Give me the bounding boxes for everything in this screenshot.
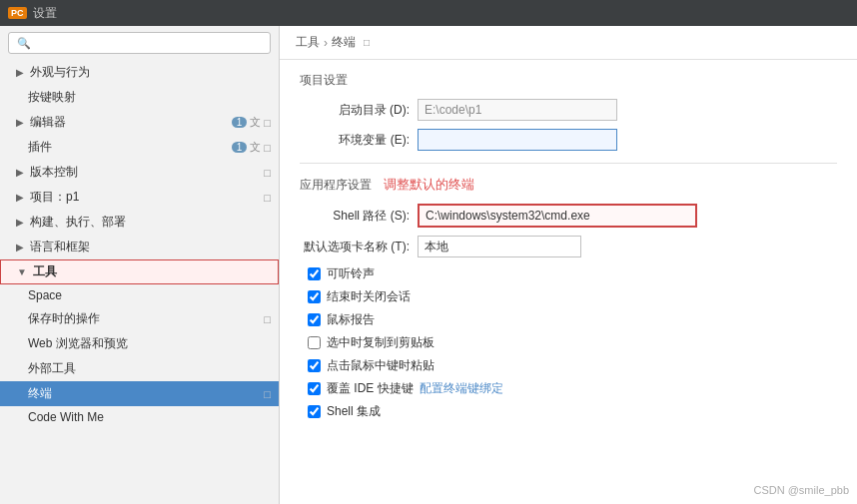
arrow-icon: ▶ — [16, 117, 24, 128]
title-bar: PC 设置 — [0, 0, 857, 26]
sidebar-item-web-browser[interactable]: Web 浏览器和预览 — [0, 331, 279, 356]
plugin-icons: 1 文 □ — [232, 140, 271, 155]
main-container: 🔍 ▶ 外观与行为 按键映射 ▶ 编辑器 1 文 □ 插件 — [0, 26, 857, 504]
sidebar-item-space[interactable]: Space — [0, 284, 279, 306]
sidebar-item-label: 终端 — [28, 385, 52, 402]
save-ops-icon: □ — [264, 313, 271, 325]
startup-dir-label: 启动目录 (D): — [300, 102, 410, 119]
sidebar-item-label: 外部工具 — [28, 360, 76, 377]
checkbox-mouse-report: 鼠标报告 — [300, 311, 837, 328]
panel-content: 项目设置 启动目录 (D): 环境变量 (E): 应用程序设置 调整默认的终端 … — [280, 60, 857, 504]
sidebar-item-save-ops[interactable]: 保存时的操作 □ — [0, 306, 279, 331]
sidebar-item-code-with-me[interactable]: Code With Me — [0, 406, 279, 428]
sidebar-item-tools[interactable]: ▼ 工具 — [0, 259, 279, 284]
checkbox-copy-on-select-label: 选中时复制到剪贴板 — [327, 334, 434, 351]
arrow-icon: ▶ — [16, 192, 24, 203]
startup-dir-input[interactable] — [418, 99, 617, 121]
project-icon: □ — [264, 192, 271, 204]
sidebar: 🔍 ▶ 外观与行为 按键映射 ▶ 编辑器 1 文 □ 插件 — [0, 26, 280, 504]
default-tab-input[interactable] — [418, 236, 581, 257]
shell-path-input[interactable] — [418, 204, 697, 228]
sidebar-item-label: Web 浏览器和预览 — [28, 335, 128, 352]
startup-dir-row: 启动目录 (D): — [300, 99, 837, 121]
checkbox-shell-integration-input[interactable] — [308, 405, 321, 418]
sidebar-item-label: 按键映射 — [28, 89, 76, 106]
checkbox-override-ide-label: 覆盖 IDE 快捷键 — [327, 380, 414, 397]
checkbox-copy-on-select-input[interactable] — [308, 336, 321, 349]
shell-path-row: Shell 路径 (S): — [300, 204, 837, 228]
arrow-icon: ▶ — [16, 67, 24, 78]
breadcrumb-sep: › — [324, 36, 328, 50]
checkbox-override-ide-input[interactable] — [308, 382, 321, 395]
arrow-icon: ▶ — [16, 217, 24, 228]
watermark: CSDN @smile_pbb — [753, 484, 849, 496]
sidebar-item-language[interactable]: ▶ 语言和框架 — [0, 235, 279, 259]
checkbox-paste-on-middle-label: 点击鼠标中键时粘贴 — [327, 357, 434, 374]
sidebar-item-vcs[interactable]: ▶ 版本控制 □ — [0, 160, 279, 185]
divider — [300, 163, 837, 164]
sidebar-item-editor[interactable]: ▶ 编辑器 1 文 □ — [0, 110, 279, 135]
checkbox-close-on-exit-label: 结束时关闭会话 — [327, 288, 411, 305]
sidebar-content: ▶ 外观与行为 按键映射 ▶ 编辑器 1 文 □ 插件 1 文 — [0, 60, 279, 504]
checkbox-copy-on-select: 选中时复制到剪贴板 — [300, 334, 837, 351]
sidebar-item-label: 保存时的操作 — [28, 310, 100, 327]
breadcrumb-icon: □ — [364, 37, 370, 48]
arrow-icon: ▶ — [16, 167, 24, 178]
vcs-icon: □ — [264, 167, 271, 179]
app-settings-header: 应用程序设置 调整默认的终端 — [300, 176, 837, 194]
checkbox-override-ide: 覆盖 IDE 快捷键 配置终端键绑定 — [300, 380, 837, 397]
default-tab-row: 默认选项卡名称 (T): — [300, 236, 837, 257]
sidebar-item-label: 外观与行为 — [30, 64, 90, 81]
checkbox-close-on-exit-input[interactable] — [308, 290, 321, 303]
checkbox-shell-integration-label: Shell 集成 — [327, 403, 381, 420]
sidebar-item-label: 项目：p1 — [30, 189, 79, 206]
env-vars-input[interactable] — [418, 129, 617, 151]
sidebar-item-label: 构建、执行、部署 — [30, 214, 126, 231]
breadcrumb-tools: 工具 — [296, 34, 320, 51]
sidebar-item-label: Space — [28, 288, 62, 302]
breadcrumb: 工具 › 终端 □ — [280, 26, 857, 60]
shell-path-label: Shell 路径 (S): — [300, 208, 410, 225]
checkbox-beep-input[interactable] — [308, 267, 321, 280]
sidebar-item-terminal[interactable]: 终端 □ — [0, 381, 279, 406]
checkbox-mouse-report-label: 鼠标报告 — [327, 311, 375, 328]
sidebar-item-label: 工具 — [33, 263, 57, 280]
window-title: 设置 — [33, 5, 57, 22]
right-panel: 工具 › 终端 □ 项目设置 启动目录 (D): 环境变量 (E): 应用程序设… — [280, 26, 857, 504]
sidebar-item-label: 编辑器 — [30, 114, 66, 131]
checkbox-close-on-exit: 结束时关闭会话 — [300, 288, 837, 305]
sidebar-item-external-tools[interactable]: 外部工具 — [0, 356, 279, 381]
sidebar-item-keymap[interactable]: 按键映射 — [0, 85, 279, 110]
badge-icon: 1 文 □ — [232, 115, 271, 130]
sidebar-item-project[interactable]: ▶ 项目：p1 □ — [0, 185, 279, 210]
project-settings-title: 项目设置 — [300, 72, 837, 89]
app-logo: PC — [8, 7, 27, 19]
checkbox-paste-on-middle: 点击鼠标中键时粘贴 — [300, 357, 837, 374]
checkbox-mouse-report-input[interactable] — [308, 313, 321, 326]
env-vars-row: 环境变量 (E): — [300, 129, 837, 151]
terminal-icon: □ — [264, 388, 271, 400]
sidebar-item-label: 语言和框架 — [30, 239, 90, 255]
search-input[interactable] — [35, 36, 262, 50]
checkbox-beep-label: 可听铃声 — [327, 265, 375, 282]
checkbox-paste-on-middle-input[interactable] — [308, 359, 321, 372]
sidebar-item-plugins[interactable]: 插件 1 文 □ — [0, 135, 279, 160]
sidebar-item-label: 版本控制 — [30, 164, 78, 181]
configure-keybindings-link[interactable]: 配置终端键绑定 — [420, 380, 503, 397]
search-icon: 🔍 — [17, 37, 31, 50]
sidebar-item-build[interactable]: ▶ 构建、执行、部署 — [0, 210, 279, 235]
sidebar-item-label: Code With Me — [28, 410, 104, 424]
search-box[interactable]: 🔍 — [8, 32, 271, 54]
app-settings-highlight: 调整默认的终端 — [384, 176, 474, 194]
sidebar-item-label: 插件 — [28, 139, 52, 156]
checkbox-beep: 可听铃声 — [300, 265, 837, 282]
breadcrumb-terminal: 终端 — [332, 34, 356, 51]
arrow-icon: ▶ — [16, 242, 24, 252]
env-vars-label: 环境变量 (E): — [300, 132, 410, 149]
arrow-icon: ▼ — [17, 266, 27, 277]
default-tab-label: 默认选项卡名称 (T): — [300, 239, 410, 255]
checkbox-shell-integration: Shell 集成 — [300, 403, 837, 420]
sidebar-item-appearance[interactable]: ▶ 外观与行为 — [0, 60, 279, 85]
app-settings-title: 应用程序设置 — [300, 177, 372, 194]
